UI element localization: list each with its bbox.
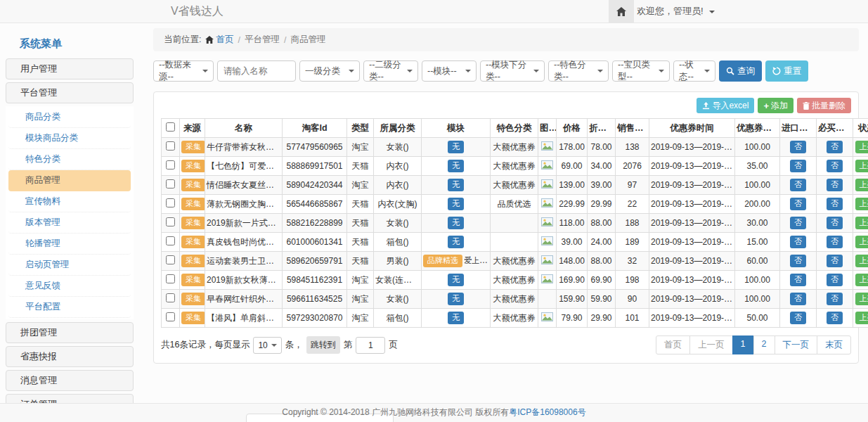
item-type-select[interactable]: --宝贝类型-- <box>612 60 670 82</box>
row-checkbox[interactable] <box>166 255 175 264</box>
imported-badge[interactable]: 否 <box>790 293 806 305</box>
row-select-cell <box>162 138 180 157</box>
pager-button-1[interactable]: 1 <box>732 335 754 354</box>
must-buy-badge[interactable]: 否 <box>827 293 843 305</box>
feature-category-select[interactable]: --特色分类-- <box>548 60 609 82</box>
sidebar-section-省惠快报[interactable]: 省惠快报 <box>6 346 134 367</box>
table-row: 采集 2019新款一片式系... 588216228899 天猫 女装() 无 … <box>162 214 868 233</box>
level2-category-select[interactable]: --二级分类-- <box>363 60 418 82</box>
row-checkbox[interactable] <box>166 160 175 170</box>
icp-link[interactable]: 粤ICP备16098006号 <box>509 407 585 417</box>
row-checkbox[interactable] <box>166 312 175 321</box>
pager-button-2[interactable]: 2 <box>753 335 775 354</box>
status-select[interactable]: --状态-- <box>673 60 715 82</box>
must-buy-badge[interactable]: 否 <box>827 160 843 172</box>
imported-badge[interactable]: 否 <box>790 160 806 172</box>
add-button[interactable]: + 添加 <box>758 98 793 113</box>
pager-button-末页[interactable]: 末页 <box>817 335 851 354</box>
sidebar-item-商品分类[interactable]: 商品分类 <box>8 107 131 128</box>
must-buy-badge[interactable]: 否 <box>827 198 843 210</box>
status-badge[interactable]: 上架 <box>855 198 868 210</box>
row-checkbox[interactable] <box>166 179 175 188</box>
imported-badge[interactable]: 否 <box>790 312 806 324</box>
data-source-select[interactable]: --数据来源-- <box>153 60 214 82</box>
imported-badge[interactable]: 否 <box>790 198 806 210</box>
reset-button[interactable]: 重置 <box>765 60 808 82</box>
jump-button[interactable]: 跳转到 <box>306 336 340 354</box>
status-badge[interactable]: 上架 <box>855 236 868 248</box>
breadcrumb-item: 平台管理 <box>245 34 280 46</box>
sidebar-section-消息管理[interactable]: 消息管理 <box>6 370 134 391</box>
row-checkbox[interactable] <box>166 217 175 226</box>
module-badge: 无 <box>448 160 464 172</box>
row-checkbox[interactable] <box>166 274 175 283</box>
status-badge[interactable]: 上架 <box>855 293 868 305</box>
imported-badge[interactable]: 否 <box>790 217 806 229</box>
sidebar-item-宣传物料[interactable]: 宣传物料 <box>8 191 131 212</box>
product-type: 天猫 <box>347 233 374 252</box>
imported-badge[interactable]: 否 <box>790 274 806 286</box>
status-badge[interactable]: 上架 <box>855 217 868 229</box>
status-badge[interactable]: 上架 <box>855 312 868 324</box>
copyright-text: Copyright © 2014-2018 广州九驰网络科技有限公司 版权所有 <box>282 407 509 417</box>
status-badge[interactable]: 上架 <box>855 141 868 153</box>
imported-badge[interactable]: 否 <box>790 236 806 248</box>
status-badge[interactable]: 上架 <box>855 274 868 286</box>
sidebar-item-版本管理[interactable]: 版本管理 <box>8 212 131 234</box>
sidebar-item-特色分类[interactable]: 特色分类 <box>8 149 131 170</box>
user-menu[interactable]: 欢迎您，管理员! <box>637 0 715 23</box>
row-select-cell <box>162 157 180 176</box>
sidebar-item-商品管理[interactable]: 商品管理 <box>8 170 131 191</box>
must-buy-badge[interactable]: 否 <box>827 141 843 153</box>
name-search-input[interactable] <box>217 60 296 82</box>
row-checkbox[interactable] <box>166 293 175 302</box>
source-badge: 采集 <box>181 198 205 210</box>
coupon-time: 2019-09-13—2019-09-19 <box>649 214 735 233</box>
module-badge: 无 <box>448 236 464 248</box>
pager-button-上一页[interactable]: 上一页 <box>689 335 733 354</box>
sidebar-item-轮播管理[interactable]: 轮播管理 <box>8 234 131 255</box>
sidebar-item-意见反馈[interactable]: 意见反馈 <box>8 276 131 297</box>
module-subcategory-select[interactable]: --模块下分类-- <box>480 60 545 82</box>
imported-badge[interactable]: 否 <box>790 255 806 267</box>
row-checkbox[interactable] <box>166 141 175 151</box>
page-number-input[interactable] <box>356 337 385 354</box>
must-buy-badge[interactable]: 否 <box>827 312 843 324</box>
column-header-销售数量: 销售数量 <box>616 119 649 138</box>
must-buy-badge[interactable]: 否 <box>827 179 843 191</box>
sidebar-section-平台管理[interactable]: 平台管理 <box>6 82 134 103</box>
import-excel-button[interactable]: 导入excel <box>697 98 754 113</box>
batch-delete-button[interactable]: 批量删除 <box>797 98 851 113</box>
sidebar-section-拼团管理[interactable]: 拼团管理 <box>6 322 134 343</box>
column-header-折后价: 折后价 <box>588 119 616 138</box>
must-buy-badge[interactable]: 否 <box>827 274 843 286</box>
sidebar-item-启动页管理[interactable]: 启动页管理 <box>8 255 131 276</box>
must-buy-badge[interactable]: 否 <box>827 217 843 229</box>
product-name: 2019新款女秋薄款... <box>205 271 283 290</box>
home-button[interactable] <box>609 0 634 23</box>
status-badge[interactable]: 上架 <box>855 255 868 267</box>
sidebar-item-平台配置[interactable]: 平台配置 <box>8 297 131 318</box>
per-page-select[interactable]: 10 <box>253 337 281 354</box>
must-buy-badge[interactable]: 否 <box>827 255 843 267</box>
must-buy-badge[interactable]: 否 <box>827 236 843 248</box>
module-select[interactable]: --模块-- <box>422 60 477 82</box>
breadcrumb-home-link[interactable]: 首页 <box>205 34 233 46</box>
column-header-模块: 模块 <box>422 119 491 138</box>
chevron-down-icon <box>597 70 603 72</box>
row-checkbox[interactable] <box>166 236 175 245</box>
coupon-amount: 100.00 <box>735 176 780 195</box>
sidebar-section-用户管理[interactable]: 用户管理 <box>6 58 134 79</box>
sidebar-item-模块商品分类[interactable]: 模块商品分类 <box>8 128 131 149</box>
level1-category-select[interactable]: 一级分类 <box>299 60 360 82</box>
search-button[interactable]: 查询 <box>719 60 762 82</box>
pager-button-下一页[interactable]: 下一页 <box>775 335 818 354</box>
imported-badge[interactable]: 否 <box>790 179 806 191</box>
status-badge[interactable]: 上架 <box>855 160 868 172</box>
imported-badge[interactable]: 否 <box>790 141 806 153</box>
status-badge[interactable]: 上架 <box>855 179 868 191</box>
pager-button-首页[interactable]: 首页 <box>656 335 690 354</box>
select-all-checkbox[interactable] <box>166 122 175 132</box>
row-checkbox[interactable] <box>166 198 175 207</box>
feature-category: 大额优惠券 <box>491 290 538 309</box>
